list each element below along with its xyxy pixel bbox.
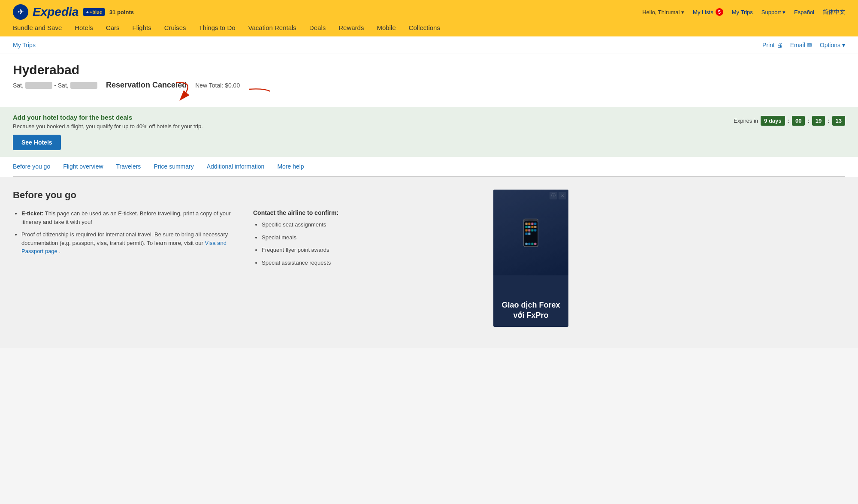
plus-text: + — [86, 9, 88, 15]
my-lists-area[interactable]: My Lists 5 — [693, 8, 723, 16]
header-right: Hello, Thirumal ▾ My Lists 5 My Trips Su… — [642, 8, 845, 16]
email-icon: ✉ — [807, 42, 812, 48]
my-lists-label: My Lists — [693, 9, 713, 15]
hotel-promo-title: Add your hotel today for the best deals — [13, 114, 203, 121]
date-start-blurred: ██████ — [25, 82, 53, 89]
eticket-text: This page can be used as an E-ticket. Be… — [21, 210, 231, 225]
support-label: Support — [761, 9, 781, 15]
expedia-logo-text: Expedia — [33, 5, 79, 19]
email-link[interactable]: Email ✉ — [790, 42, 812, 48]
hotel-promo-banner: Add your hotel today for the best deals … — [0, 107, 858, 157]
nav-vacation-rentals[interactable]: Vacation Rentals — [248, 24, 296, 33]
hotel-promo-description: Because you booked a flight, you qualify… — [13, 123, 203, 130]
hello-user-text: Hello, Thirumal — [642, 9, 680, 15]
citizenship-text: Proof of citizenship is required for int… — [21, 231, 228, 246]
nav-deals[interactable]: Deals — [309, 24, 326, 33]
espanol-link[interactable]: Español — [794, 9, 814, 15]
nav-cruises[interactable]: Cruises — [164, 24, 186, 33]
blue-text: +blue — [90, 9, 102, 15]
timer-minutes: 19 — [812, 116, 825, 126]
tab-price-summary[interactable]: Price summary — [154, 163, 193, 176]
main-nav: Bundle and Save Hotels Cars Flights Crui… — [0, 24, 858, 36]
print-label: Print — [762, 42, 775, 48]
timer-hours: 00 — [792, 116, 805, 126]
trip-info-section: Hyderabad Sat, ██████ - Sat, ██████ Rese… — [0, 54, 858, 107]
timer-area: Expires in 9 days : 00 : 19 : 13 — [734, 114, 845, 126]
sub-header-actions: Print 🖨 Email ✉ Options ▾ — [762, 42, 845, 48]
tab-flight-overview[interactable]: Flight overview — [63, 163, 103, 176]
nav-flights[interactable]: Flights — [132, 24, 151, 33]
reservation-status: Reservation Canceled — [106, 81, 187, 90]
nav-mobile[interactable]: Mobile — [377, 24, 396, 33]
chinese-link[interactable]: 简体中文 — [823, 8, 845, 16]
plus-blue-badge: ++blue — [83, 8, 105, 16]
ad-background-image: 📱 — [493, 190, 568, 275]
tab-more-help[interactable]: More help — [277, 163, 304, 176]
print-link[interactable]: Print 🖨 — [762, 42, 782, 48]
before-you-go-left: E-ticket: This page can be used as an E-… — [13, 209, 245, 271]
before-you-go-right: Contact the airline to confirm: Specific… — [253, 209, 485, 271]
hello-user[interactable]: Hello, Thirumal ▾ — [642, 9, 684, 15]
list-item-flyer: Frequent flyer point awards — [262, 246, 485, 254]
options-label: Options — [820, 42, 840, 48]
expedia-logo-icon: ✈ — [13, 4, 28, 20]
ad-box: ⓘ ✕ 📱 Giao dịch Forex với FxPro — [493, 190, 568, 327]
citizenship-suffix: . — [59, 248, 60, 254]
ad-sidebar: ⓘ ✕ 📱 Giao dịch Forex với FxPro — [493, 190, 568, 335]
nav-things-to-do[interactable]: Things to Do — [199, 24, 236, 33]
list-item-eticket: E-ticket: This page can be used as an E-… — [21, 209, 245, 226]
support-link[interactable]: Support ▾ — [761, 9, 785, 15]
before-you-go-grid: E-ticket: This page can be used as an E-… — [13, 209, 485, 271]
notification-badge: 5 — [716, 8, 723, 16]
logo-area: ✈ Expedia ++blue 31 points — [13, 4, 134, 20]
options-link[interactable]: Options ▾ — [820, 42, 845, 48]
trip-title: Hyderabad — [13, 63, 845, 77]
timer-sep-3: : — [828, 118, 829, 124]
nav-cars[interactable]: Cars — [106, 24, 120, 33]
expires-label: Expires in — [734, 118, 758, 124]
nav-hotels[interactable]: Hotels — [75, 24, 93, 33]
list-item-meals: Special meals — [262, 233, 485, 242]
nav-rewards[interactable]: Rewards — [338, 24, 364, 33]
content-area: Before you go E-ticket: This page can be… — [13, 190, 485, 335]
eticket-label: E-ticket: — [21, 210, 43, 217]
contact-airline-list: Specific seat assignments Special meals … — [253, 220, 485, 267]
list-item-citizenship: Proof of citizenship is required for int… — [21, 230, 245, 256]
timer-seconds: 13 — [832, 116, 845, 126]
timer-sep-1: : — [788, 118, 789, 124]
contact-airline-title: Contact the airline to confirm: — [253, 209, 485, 216]
section-tabs: Before you go Flight overview Travelers … — [0, 157, 858, 176]
tab-travelers[interactable]: Travelers — [116, 163, 141, 176]
print-icon: 🖨 — [776, 42, 782, 48]
my-trips-breadcrumb[interactable]: My Trips — [13, 42, 36, 48]
nav-bundle-save[interactable]: Bundle and Save — [13, 24, 62, 33]
list-item-assistance: Special assistance requests — [262, 259, 485, 267]
ad-text: Giao dịch Forex với FxPro — [500, 300, 562, 320]
before-you-go-list: E-ticket: This page can be used as an E-… — [13, 209, 245, 256]
timer-sep-2: : — [807, 118, 809, 124]
sub-header: My Trips Print 🖨 Email ✉ Options ▾ — [0, 36, 858, 54]
timer-days: 9 days — [761, 116, 785, 126]
hotel-promo-left: Add your hotel today for the best deals … — [13, 114, 203, 150]
options-chevron-icon: ▾ — [842, 42, 845, 48]
trip-dates: Sat, ██████ - Sat, ██████ — [13, 82, 97, 89]
nav-collections[interactable]: Collections — [409, 24, 440, 33]
tab-before-you-go[interactable]: Before you go — [13, 163, 50, 176]
trip-dates-row: Sat, ██████ - Sat, ██████ Reservation Ca… — [13, 81, 845, 90]
page-body: Before you go E-ticket: This page can be… — [0, 177, 858, 348]
email-label: Email — [790, 42, 805, 48]
see-hotels-button[interactable]: See Hotels — [13, 135, 61, 150]
my-trips-header-link[interactable]: My Trips — [732, 9, 753, 15]
points-display: 31 points — [109, 9, 134, 15]
date-end-blurred: ██████ — [70, 82, 98, 89]
before-you-go-title: Before you go — [13, 190, 485, 201]
new-total: New Total: $0.00 — [195, 82, 240, 89]
top-header: ✈ Expedia ++blue 31 points Hello, Thirum… — [0, 0, 858, 24]
list-item-seat: Specific seat assignments — [262, 220, 485, 229]
tab-additional-information[interactable]: Additional information — [207, 163, 265, 176]
